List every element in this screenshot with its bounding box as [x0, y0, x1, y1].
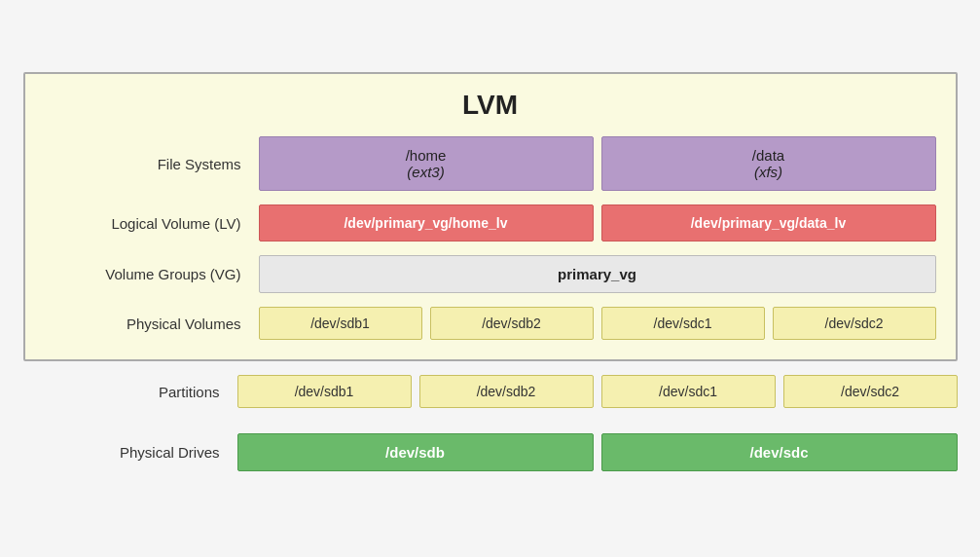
- part-sdc1: /dev/sdc1: [601, 375, 776, 408]
- lv-data-name: /dev/primary_vg/data_lv: [691, 215, 847, 231]
- lv-home-name: /dev/primary_vg/home_lv: [344, 215, 507, 231]
- pv-sdc1: /dev/sdc1: [601, 307, 765, 340]
- bottom-section: Partitions /dev/sdb1 /dev/sdb2 /dev/sdc1…: [23, 375, 958, 485]
- physical-drives-row: Physical Drives /dev/sdb /dev/sdc: [23, 433, 958, 471]
- drives-label: Physical Drives: [23, 444, 237, 461]
- file-systems-content: /home (ext3) /data (xfs): [259, 136, 936, 191]
- part-sdb2: /dev/sdb2: [419, 375, 594, 408]
- logical-volume-row: Logical Volume (LV) /dev/primary_vg/home…: [45, 204, 936, 241]
- pv-sdc2: /dev/sdc2: [773, 307, 936, 340]
- pv-content: /dev/sdb1 /dev/sdb2 /dev/sdc1 /dev/sdc2: [259, 307, 936, 340]
- physical-volumes-row: Physical Volumes /dev/sdb1 /dev/sdb2 /de…: [45, 307, 936, 340]
- drive-sdc: /dev/sdc: [601, 433, 958, 471]
- partitions-content: /dev/sdb1 /dev/sdb2 /dev/sdc1 /dev/sdc2: [237, 375, 958, 408]
- file-systems-label: File Systems: [45, 156, 259, 172]
- lv-content: /dev/primary_vg/home_lv /dev/primary_vg/…: [259, 204, 936, 241]
- lvm-box: LVM File Systems /home (ext3) /data (xfs…: [23, 72, 958, 361]
- pv-sdb1: /dev/sdb1: [259, 307, 422, 340]
- file-systems-row: File Systems /home (ext3) /data (xfs): [45, 136, 936, 191]
- vg-label: Volume Groups (VG): [45, 266, 259, 282]
- pv-label: Physical Volumes: [45, 316, 259, 332]
- fs-home-name: /home: [275, 147, 577, 164]
- partitions-row: Partitions /dev/sdb1 /dev/sdb2 /dev/sdc1…: [23, 375, 958, 408]
- fs-data: /data (xfs): [601, 136, 936, 191]
- fs-data-type: (xfs): [618, 164, 920, 180]
- part-sdb1: /dev/sdb1: [237, 375, 412, 408]
- vg-content: primary_vg: [259, 255, 936, 293]
- lvm-title: LVM: [45, 90, 936, 121]
- lv-label: Logical Volume (LV): [45, 215, 259, 232]
- drive-sdb: /dev/sdb: [237, 433, 594, 471]
- partitions-label: Partitions: [23, 384, 237, 400]
- pv-sdb2: /dev/sdb2: [430, 307, 594, 340]
- lv-home: /dev/primary_vg/home_lv: [259, 204, 594, 241]
- volume-groups-row: Volume Groups (VG) primary_vg: [45, 255, 936, 293]
- lv-data: /dev/primary_vg/data_lv: [601, 204, 936, 241]
- main-container: LVM File Systems /home (ext3) /data (xfs…: [23, 72, 958, 485]
- fs-home-type: (ext3): [275, 164, 577, 180]
- fs-home: /home (ext3): [259, 136, 594, 191]
- vg-primary: primary_vg: [259, 255, 936, 293]
- fs-data-name: /data: [618, 147, 920, 164]
- drives-content: /dev/sdb /dev/sdc: [237, 433, 958, 471]
- part-sdc2: /dev/sdc2: [783, 375, 958, 408]
